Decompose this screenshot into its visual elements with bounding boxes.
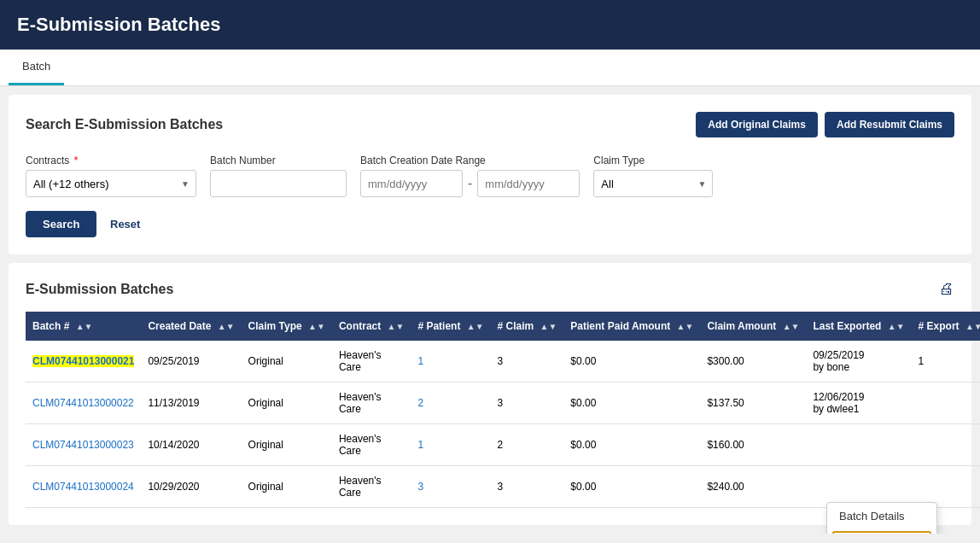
patient-link-3[interactable]: 1 [417, 439, 423, 451]
col-claim-type: Claim Type ▲▼ [242, 312, 332, 341]
page-title: E-Submission Batches [17, 14, 963, 36]
date-start-input[interactable] [360, 170, 463, 197]
date-range-group: Batch Creation Date Range - [360, 155, 580, 197]
patient-link-1[interactable]: 1 [417, 355, 423, 367]
date-range-inputs: - [360, 170, 580, 197]
search-buttons: Search Reset [26, 211, 954, 237]
cell-created-date-1: 09/25/2019 [141, 341, 241, 382]
search-section: Search E-Submission Batches Add Original… [9, 95, 971, 254]
cell-batch-num-2: CLM07441013000022 [26, 382, 141, 424]
contracts-label: Contracts * [26, 155, 196, 166]
sort-batch-num[interactable]: ▲▼ [76, 322, 93, 331]
table-row: CLM07441013000022 11/13/2019 Original He… [26, 382, 980, 424]
cell-patient-paid-2: $0.00 [563, 382, 700, 424]
dropdown-export[interactable]: Export [832, 531, 931, 534]
cell-claim-type-4: Original [242, 466, 332, 508]
batch-number-group: Batch Number [210, 155, 347, 197]
col-created-date: Created Date ▲▼ [141, 312, 241, 341]
cell-claim-amount-3: $160.00 [700, 424, 806, 466]
cell-patient-paid-1: $0.00 [563, 341, 700, 382]
table-row: CLM07441013000023 10/14/2020 Original He… [26, 424, 980, 466]
contracts-group: Contracts * All (+12 others) [26, 155, 196, 197]
batch-number-label: Batch Number [210, 155, 347, 166]
sort-num-claim[interactable]: ▲▼ [540, 322, 557, 331]
cell-num-claim-4: 3 [491, 466, 564, 508]
patient-link-4[interactable]: 3 [417, 481, 423, 493]
cell-last-exported-3 [806, 424, 911, 466]
reset-button[interactable]: Reset [100, 211, 150, 237]
sort-created-date[interactable]: ▲▼ [218, 322, 235, 331]
sort-contract[interactable]: ▲▼ [388, 322, 405, 331]
claim-type-select-wrapper: All Original Resubmit [593, 170, 713, 197]
claim-type-select[interactable]: All Original Resubmit [593, 170, 713, 197]
cell-batch-num-3: CLM07441013000023 [26, 424, 141, 466]
search-title: Search E-Submission Batches [26, 117, 223, 132]
claim-type-label: Claim Type [593, 155, 713, 166]
cell-num-claim-2: 3 [491, 382, 564, 424]
cell-batch-num-4: CLM07441013000024 [26, 466, 141, 508]
results-title: E-Submission Batches [26, 282, 173, 297]
date-range-label: Batch Creation Date Range [360, 155, 580, 166]
cell-num-export-3 [912, 424, 980, 466]
add-original-claims-button[interactable]: Add Original Claims [696, 112, 818, 137]
sort-patient-paid[interactable]: ▲▼ [677, 322, 694, 331]
cell-claim-type-3: Original [242, 424, 332, 466]
cell-num-claim-3: 2 [491, 424, 564, 466]
cell-num-patient-3: 1 [411, 424, 490, 466]
date-end-input[interactable] [477, 170, 580, 197]
required-marker: * [74, 155, 79, 166]
col-contract: Contract ▲▼ [332, 312, 411, 341]
col-num-claim: # Claim ▲▼ [491, 312, 564, 341]
sort-num-export[interactable]: ▲▼ [965, 322, 980, 331]
patient-link-2[interactable]: 2 [417, 397, 423, 409]
claim-type-group: Claim Type All Original Resubmit [593, 155, 713, 197]
col-last-exported: Last Exported ▲▼ [806, 312, 911, 341]
cell-claim-amount-4: $240.00 [700, 466, 806, 508]
batch-link-2[interactable]: CLM07441013000022 [32, 397, 134, 409]
cell-contract-1: Heaven's Care [332, 341, 411, 382]
sort-claim-amount[interactable]: ▲▼ [783, 322, 800, 331]
cell-num-export-2 [912, 382, 980, 424]
cell-created-date-4: 10/29/2020 [141, 466, 241, 508]
sort-claim-type[interactable]: ▲▼ [308, 322, 325, 331]
cell-claim-type-1: Original [242, 341, 332, 382]
cell-created-date-3: 10/14/2020 [141, 424, 241, 466]
sort-num-patient[interactable]: ▲▼ [467, 322, 484, 331]
search-form-row: Contracts * All (+12 others) Batch Numbe… [26, 155, 954, 197]
batch-link-1[interactable]: CLM07441013000021 [32, 355, 134, 367]
cell-num-patient-2: 2 [411, 382, 490, 424]
contracts-select-wrapper: All (+12 others) [26, 170, 196, 197]
cell-claim-amount-1: $300.00 [700, 341, 806, 382]
cell-num-export-1: 1 [912, 341, 980, 382]
cell-contract-2: Heaven's Care [332, 382, 411, 424]
dropdown-batch-details[interactable]: Batch Details [827, 503, 936, 529]
col-num-patient: # Patient ▲▼ [411, 312, 490, 341]
page-header: E-Submission Batches [0, 0, 980, 50]
actions-dropdown-menu: Batch Details Export Detail Report Summa… [826, 502, 937, 534]
results-section: E-Submission Batches 🖨 Batch # ▲▼ Create… [9, 263, 971, 525]
cell-contract-4: Heaven's Care [332, 466, 411, 508]
col-num-export: # Export ▲▼ [912, 312, 980, 341]
contracts-select[interactable]: All (+12 others) [26, 170, 196, 197]
results-header: E-Submission Batches 🖨 [26, 280, 954, 298]
sort-last-exported[interactable]: ▲▼ [888, 322, 905, 331]
search-header: Search E-Submission Batches Add Original… [26, 112, 954, 137]
batch-link-4[interactable]: CLM07441013000024 [32, 481, 134, 493]
cell-batch-num: CLM07441013000021 [26, 341, 141, 382]
add-resubmit-claims-button[interactable]: Add Resubmit Claims [825, 112, 954, 137]
tab-batch[interactable]: Batch [9, 50, 64, 85]
print-icon[interactable]: 🖨 [939, 280, 954, 298]
cell-claim-type-2: Original [242, 382, 332, 424]
table-header-row: Batch # ▲▼ Created Date ▲▼ Claim Type ▲▼… [26, 312, 980, 341]
cell-num-patient-1: 1 [411, 341, 490, 382]
cell-created-date-2: 11/13/2019 [141, 382, 241, 424]
table-row: CLM07441013000021 09/25/2019 Original He… [26, 341, 980, 382]
cell-claim-amount-2: $137.50 [700, 382, 806, 424]
batch-number-input[interactable] [210, 170, 347, 197]
cell-contract-3: Heaven's Care [332, 424, 411, 466]
col-claim-amount: Claim Amount ▲▼ [700, 312, 806, 341]
batch-link-3[interactable]: CLM07441013000023 [32, 439, 134, 451]
cell-last-exported-2: 12/06/2019 by dwlee1 [806, 382, 911, 424]
search-button[interactable]: Search [26, 211, 96, 237]
results-table: Batch # ▲▼ Created Date ▲▼ Claim Type ▲▼… [26, 312, 980, 508]
